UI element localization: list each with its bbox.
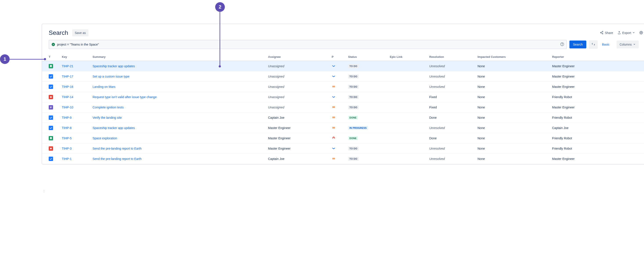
col-summary[interactable]: Summary [92,55,268,58]
chevron-down-icon [632,31,635,35]
resolution-cell: Fixed [429,106,478,109]
header: Search Save as Share Export [42,24,644,40]
priority-icon [332,116,348,120]
search-panel: Search Save as Share Export [42,24,644,165]
col-epic[interactable]: Epic Link [390,55,429,58]
reporter-cell: Captain Joe [552,126,640,130]
col-reporter[interactable]: Reporter [552,55,640,58]
table-row[interactable]: TIHP-1Send the pre-landing report to Ear… [42,154,644,164]
issue-summary-link[interactable]: Verify the landing site [92,116,268,119]
issue-type-icon [49,64,62,68]
issue-summary-link[interactable]: Send the pre-landing report to Earth [92,147,268,150]
callout-2-line [220,12,220,66]
impacted-cell: None [478,157,552,161]
issue-summary-link[interactable]: Set up a custom issue type [92,75,268,78]
issue-key-link[interactable]: TIHP-10 [62,106,92,109]
assignee-cell: Unassigned [268,85,332,88]
reporter-cell: Friendly Robot [552,147,640,150]
resolution-cell: Unresolved [429,75,478,78]
priority-icon [332,105,348,110]
issue-summary-link[interactable]: Spaceship tracker app updates [92,126,268,130]
issue-type-icon [49,115,62,120]
svg-point-5 [641,32,642,33]
col-impacted[interactable]: Impacted Customers [478,55,552,58]
tools-button[interactable]: Tools [637,29,644,36]
switch-mode-button[interactable] [589,40,598,49]
table-row[interactable]: TIHP-10Complete ignition testsUnassigned… [42,102,644,113]
resolution-cell: Unresolved [429,126,478,130]
issue-summary-link[interactable]: Space exploration [92,136,268,140]
reporter-cell: Master Engineer [552,106,640,109]
share-button[interactable]: Share [598,29,615,36]
status-cell: DONE [348,136,390,140]
table-row[interactable]: TIHP-17Set up a custom issue typeUnassig… [42,71,644,82]
query-row: Search Basic Columns [42,40,644,53]
assignee-cell: Master Engineer [268,147,332,150]
reporter-cell: Master Engineer [552,157,640,161]
svg-point-0 [602,31,603,32]
export-label: Export [622,31,631,35]
issue-key-link[interactable]: TIHP-21 [62,64,92,68]
table-row[interactable]: TIHP-21Spaceship tracker app updatesUnas… [42,61,644,71]
status-badge: TO DO [348,64,359,68]
callout-2-dot [219,65,221,67]
table-row[interactable]: TIHP-5Space explorationMaster EngineerDO… [42,133,644,143]
assignee-cell: Captain Joe [268,116,332,119]
help-icon[interactable] [560,42,564,47]
table-row[interactable]: TIHP-9Verify the landing siteCaptain Joe… [42,113,644,123]
issue-key-link[interactable]: TIHP-14 [62,95,92,99]
status-badge: TO DO [348,105,359,109]
col-assignee[interactable]: Assignee [268,55,332,58]
svg-point-2 [602,33,603,34]
columns-button[interactable]: Columns [616,40,639,48]
status-badge: DONE [348,136,358,140]
impacted-cell: None [478,136,552,140]
priority-icon [332,126,348,130]
issue-summary-link[interactable]: Send the pre-landing report to Earth [92,157,268,161]
col-resolution[interactable]: Resolution [429,55,478,58]
status-cell: TO DO [348,85,390,89]
table-row[interactable]: TIHP-3Send the pre-landing report to Ear… [42,143,644,154]
status-cell: TO DO [348,105,390,109]
assignee-cell: Master Engineer [268,136,332,140]
reporter-cell: Master Engineer [552,85,640,88]
table-row[interactable]: TIHP-14Request type isn't valid after is… [42,92,644,102]
issue-type-icon [49,85,62,89]
issue-key-link[interactable]: TIHP-1 [62,157,92,161]
save-as-button[interactable]: Save as [72,29,88,36]
issue-key-link[interactable]: TIHP-9 [62,116,92,119]
issue-key-link[interactable]: TIHP-3 [62,147,92,150]
col-key[interactable]: Key [62,55,92,58]
issue-key-link[interactable]: TIHP-8 [62,126,92,130]
status-badge: IN PROGRESS [348,126,368,130]
export-button[interactable]: Export [615,29,637,36]
issue-type-icon [49,95,62,99]
resolution-cell: Unresolved [429,147,478,150]
priority-icon [332,64,348,68]
impacted-cell: None [478,75,552,78]
issue-summary-link[interactable]: Complete ignition tests [92,106,268,109]
callout-1-dot [44,58,46,60]
resolution-cell: Fixed [429,95,478,99]
col-priority[interactable]: P [332,55,348,58]
issue-key-link[interactable]: TIHP-16 [62,85,92,88]
status-cell: TO DO [348,157,390,161]
jql-input-wrap[interactable] [49,40,567,49]
jql-input[interactable] [57,43,560,46]
table-row[interactable]: TIHP-8Spaceship tracker app updatesMaste… [42,123,644,133]
search-button[interactable]: Search [570,40,586,48]
drag-handle-icon[interactable]: ⋮ [42,189,46,193]
assignee-cell: Captain Joe [268,157,332,161]
issue-summary-link[interactable]: Landing on Mars [92,85,268,88]
basic-link[interactable]: Basic [600,43,611,46]
assignee-cell: Master Engineer [268,126,332,130]
col-type[interactable]: T [49,55,62,58]
issue-key-link[interactable]: TIHP-5 [62,136,92,140]
status-badge: TO DO [348,147,359,151]
col-status[interactable]: Status [348,55,390,58]
table-row[interactable]: TIHP-16Landing on MarsUnassignedTO DOUnr… [42,82,644,92]
issue-key-link[interactable]: TIHP-17 [62,75,92,78]
assignee-cell: Unassigned [268,75,332,78]
issue-summary-link[interactable]: Spaceship tracker app updates [92,64,268,68]
issue-summary-link[interactable]: Request type isn't valid after issue typ… [92,95,268,99]
